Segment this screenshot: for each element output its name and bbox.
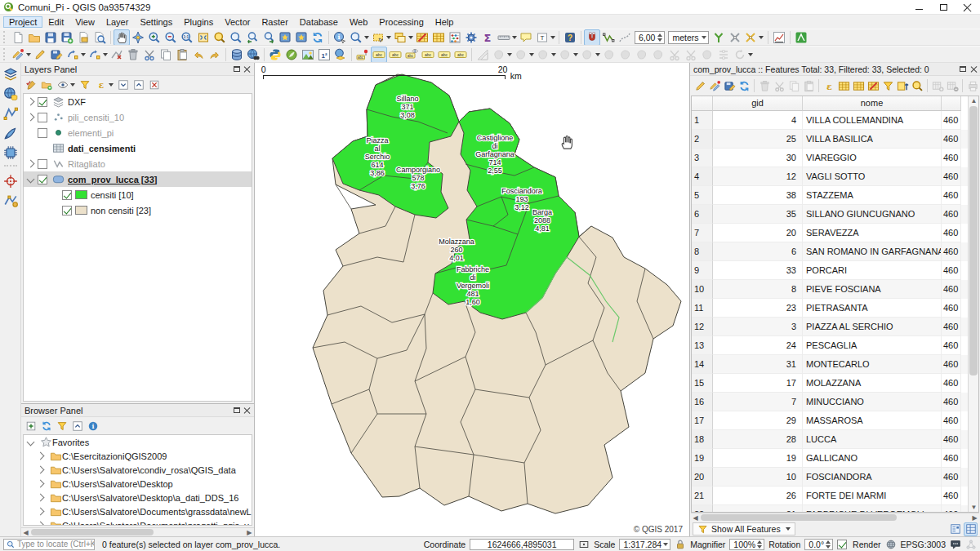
- spin-down-icon[interactable]: [757, 545, 762, 549]
- table-row[interactable]: 1517MOLAZZANA460: [692, 374, 968, 393]
- browser-path-item[interactable]: C:\Users\Salvatore\Documents\progetti_qg…: [24, 518, 252, 526]
- copy-features-button[interactable]: [158, 47, 174, 63]
- row-number[interactable]: 17: [692, 411, 713, 430]
- select-features-by-value-button[interactable]: [348, 29, 370, 46]
- topological-editing-button[interactable]: [600, 29, 617, 46]
- processing-toolbox-button[interactable]: [463, 29, 479, 46]
- expander-icon[interactable]: [27, 98, 35, 106]
- expand-all-button[interactable]: [116, 78, 131, 92]
- paste-features-button[interactable]: [174, 47, 190, 63]
- cell-extra[interactable]: 460: [942, 336, 961, 355]
- digitize-copy-button[interactable]: [65, 47, 87, 63]
- cell-extra[interactable]: 460: [942, 111, 961, 130]
- georeferencer-button[interactable]: [2, 172, 20, 190]
- cell-gid[interactable]: 31: [713, 355, 803, 374]
- cell-nome[interactable]: SILLANO GIUNCUGNANO: [803, 205, 942, 224]
- filter-legend-button[interactable]: [78, 78, 92, 92]
- row-number[interactable]: 19: [692, 449, 713, 468]
- cell-gid[interactable]: 4: [713, 111, 803, 130]
- zoom-full-button[interactable]: [195, 29, 212, 46]
- cell-extra[interactable]: 460: [942, 130, 961, 149]
- layer-checkbox[interactable]: [38, 175, 47, 184]
- filter-select-button[interactable]: [880, 78, 895, 93]
- cell-extra[interactable]: 460: [942, 299, 961, 318]
- label-move-button[interactable]: [420, 47, 436, 63]
- layer-checkbox[interactable]: [38, 113, 47, 122]
- cell-gid[interactable]: 30: [713, 149, 803, 167]
- text-annotation-button[interactable]: [534, 29, 556, 46]
- magnifier-spin[interactable]: 100%: [729, 539, 764, 550]
- open-layer-styling-button[interactable]: [24, 78, 38, 92]
- flip-line-button[interactable]: [634, 47, 650, 63]
- label-highlight-button[interactable]: [371, 47, 387, 63]
- table-row[interactable]: 1919GALLICANO460: [692, 449, 968, 468]
- expander-icon[interactable]: [37, 466, 45, 474]
- maximize-button[interactable]: [931, 0, 956, 14]
- refresh-map-button[interactable]: [310, 29, 326, 46]
- cell-extra[interactable]: 460: [942, 242, 961, 261]
- metasearch-button[interactable]: [245, 47, 261, 63]
- plugin-3-button[interactable]: [316, 47, 332, 63]
- rotate-point-symbols-button[interactable]: [732, 47, 754, 63]
- new-bookmark-button[interactable]: [277, 29, 293, 46]
- add-group-button[interactable]: [39, 78, 54, 92]
- enable-properties-button[interactable]: [86, 419, 100, 433]
- cell-extra[interactable]: 460: [942, 167, 961, 186]
- cut-button[interactable]: [772, 78, 786, 93]
- zoom-native-button[interactable]: [179, 29, 195, 46]
- deselect-all-button[interactable]: [866, 78, 880, 93]
- select-features-button[interactable]: [370, 29, 392, 46]
- enable-tracing-button[interactable]: [617, 29, 633, 46]
- expander-icon[interactable]: [37, 480, 45, 488]
- cell-gid[interactable]: 38: [713, 186, 803, 205]
- cell-extra[interactable]: 460: [942, 355, 961, 374]
- cell-gid[interactable]: 23: [713, 299, 803, 318]
- menu-plugins[interactable]: Plugins: [178, 16, 219, 28]
- cell-extra[interactable]: 460: [942, 393, 961, 411]
- expander-icon[interactable]: [27, 160, 35, 168]
- table-row[interactable]: 1431MONTECARLO460: [692, 355, 968, 374]
- scrollbar-thumb[interactable]: [969, 106, 978, 375]
- cell-gid[interactable]: 20: [713, 224, 803, 242]
- grass-tools-button[interactable]: [793, 29, 809, 46]
- float-panel-icon[interactable]: [234, 66, 240, 72]
- expander-icon[interactable]: [27, 176, 35, 184]
- layer-checkbox[interactable]: [38, 128, 47, 138]
- cell-nome[interactable]: PESCAGLIA: [803, 336, 942, 355]
- reload-table-button[interactable]: [737, 78, 751, 93]
- add-selected-layers-button[interactable]: [24, 419, 38, 433]
- expander-icon[interactable]: [37, 522, 45, 526]
- invert-selection-button[interactable]: [851, 78, 866, 93]
- table-row[interactable]: 2010FOSCIANDORA460: [692, 468, 968, 487]
- cell-nome[interactable]: SERAVEZZA: [803, 224, 942, 242]
- menu-layer[interactable]: Layer: [100, 16, 135, 28]
- zoom-to-selection-button[interactable]: [212, 29, 228, 46]
- spin-up-icon[interactable]: [757, 540, 762, 544]
- toggle-editing-button[interactable]: [693, 78, 707, 93]
- avoid-intersections-button[interactable]: [710, 29, 727, 46]
- table-row[interactable]: 1324PESCAGLIA460: [692, 336, 968, 355]
- column-header-nome[interactable]: nome: [803, 96, 942, 111]
- minimize-button[interactable]: [906, 0, 931, 14]
- coordinate-input[interactable]: 1624666,4895031: [470, 539, 574, 550]
- scrollbar-thumb[interactable]: [31, 529, 154, 535]
- expander-icon[interactable]: [37, 508, 45, 516]
- table-row[interactable]: 225VILLA BASILICA460: [692, 130, 968, 149]
- undo-button[interactable]: [190, 47, 207, 63]
- expander-icon[interactable]: [27, 113, 35, 122]
- copy-button[interactable]: [786, 78, 801, 93]
- save-edits-button[interactable]: [48, 47, 65, 63]
- layer-item-com-prov-lucca-33-[interactable]: com_prov_lucca [33]: [24, 171, 252, 187]
- table-row[interactable]: 108PIEVE FOSCIANA460: [692, 280, 968, 299]
- cell-nome[interactable]: SAN ROMANO IN GARFAGNANA: [803, 242, 942, 261]
- close-panel-icon[interactable]: [244, 66, 251, 73]
- cell-gid[interactable]: 10: [713, 468, 803, 487]
- table-row[interactable]: 1123PIETRASANTA460: [692, 299, 968, 318]
- cell-gid[interactable]: 8: [713, 280, 803, 299]
- spin-down-icon[interactable]: [826, 545, 831, 549]
- zoom-next-button[interactable]: [261, 29, 277, 46]
- float-panel-icon[interactable]: [234, 407, 240, 413]
- cell-extra[interactable]: 460: [942, 487, 961, 505]
- collapse-all-button[interactable]: [131, 78, 146, 92]
- row-number[interactable]: 8: [692, 242, 713, 261]
